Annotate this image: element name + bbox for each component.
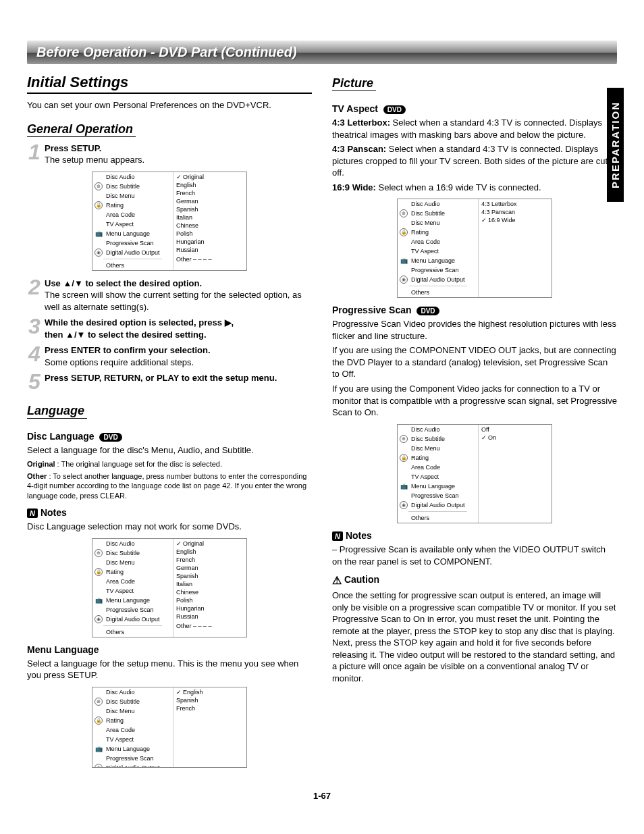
caution-icon: ⚠ <box>332 574 342 587</box>
intro-text: You can set your own Personal Preference… <box>27 99 312 111</box>
setup-menu-screenshot-aspect: Disc Audio ⊕Disc Subtitle Disc Menu 🔒Rat… <box>397 199 552 298</box>
step-3-bold-2: then ▲/▼ to select the desired setting. <box>45 330 207 340</box>
step-3-bold-1: While the desired option is selected, pr… <box>45 317 234 328</box>
notes-label: Notes <box>41 507 67 518</box>
dvd-badge: DVD <box>383 105 406 114</box>
tv-icon: 📺 <box>94 230 103 238</box>
step-number-2: 2 <box>27 278 42 297</box>
lock-icon: 🔒 <box>400 454 408 462</box>
disc-language-heading: Disc Language <box>27 431 95 442</box>
left-column: Initial Settings You can set your own Pe… <box>27 74 312 775</box>
step-number-3: 3 <box>27 317 42 336</box>
tv-icon: 📺 <box>94 596 103 604</box>
step-2-text: The screen will show the current setting… <box>45 290 302 312</box>
tv-icon: 📺 <box>399 257 408 265</box>
menu-language-heading: Menu Language <box>27 644 312 655</box>
step-4-text: Some options require additional steps. <box>45 357 194 367</box>
panscan-label: 4:3 Panscan: <box>332 144 386 154</box>
globe-icon: ⊕ <box>95 549 103 557</box>
other-label: Other <box>27 472 47 480</box>
wide-text: Select when a 16:9 wide TV is connected. <box>376 182 541 192</box>
globe-icon: ⊕ <box>95 182 103 190</box>
speaker-icon: ◉ <box>400 501 408 509</box>
setup-menu-screenshot-progressive: Disc Audio ⊕Disc Subtitle Disc Menu 🔒Rat… <box>397 424 552 523</box>
globe-icon: ⊕ <box>400 209 408 217</box>
side-tab-preparation: PREPARATION <box>607 88 624 202</box>
caution-text: Once the setting for progressive scan ou… <box>332 590 617 684</box>
right-column: Picture TV Aspect DVD 4:3 Letterbox: Sel… <box>332 74 617 775</box>
progressive-p1: Progressive Scan Video provides the high… <box>332 318 617 342</box>
notes-label-right: Notes <box>346 530 372 541</box>
tv-icon: 📺 <box>94 745 103 753</box>
general-operation-heading: General Operation <box>27 122 136 137</box>
original-text: : The original language set for the disc… <box>55 460 222 468</box>
tv-icon: 📺 <box>399 482 408 490</box>
step-1-text: The setup menu appears. <box>45 155 144 165</box>
globe-icon: ⊕ <box>400 435 408 443</box>
step-1-bold: Press SETUP. <box>45 143 101 153</box>
dvd-badge: DVD <box>99 433 122 442</box>
dvd-badge: DVD <box>417 307 439 315</box>
step-number-5: 5 <box>27 372 42 392</box>
original-label: Original <box>27 460 55 468</box>
progressive-scan-heading: Progressive Scan <box>332 305 412 315</box>
caution-label: Caution <box>344 574 379 585</box>
lock-icon: 🔒 <box>95 201 103 209</box>
letterbox-label: 4:3 Letterbox: <box>332 118 390 128</box>
menu-language-text: Select a language for the setup menu. Th… <box>27 658 312 681</box>
lock-icon: 🔒 <box>95 716 103 725</box>
tv-aspect-heading: TV Aspect <box>332 103 378 114</box>
setup-menu-screenshot-3: Disc Audio ⊕Disc Subtitle Disc Menu 🔒Rat… <box>92 687 247 768</box>
note-icon: N <box>27 509 38 518</box>
speaker-icon: ◉ <box>95 249 103 257</box>
page-number: 1-67 <box>27 791 617 801</box>
other-text: : To select another language, press numb… <box>27 472 306 500</box>
progressive-p2: If you are using the COMPONENT VIDEO OUT… <box>332 344 617 380</box>
picture-heading: Picture <box>332 76 376 91</box>
language-heading: Language <box>27 404 87 419</box>
progressive-note: – Progressive Scan is available only whe… <box>332 544 617 567</box>
lock-icon: 🔒 <box>95 568 103 576</box>
wide-label: 16:9 Wide: <box>332 182 376 192</box>
speaker-icon: ◉ <box>95 615 103 623</box>
step-5-bold: Press SETUP, RETURN, or PLAY to exit the… <box>45 373 277 383</box>
note-icon: N <box>332 531 343 541</box>
step-number-1: 1 <box>27 142 42 162</box>
speaker-icon: ◉ <box>95 764 103 768</box>
globe-icon: ⊕ <box>95 698 103 706</box>
disc-language-note: Disc Language selection may not work for… <box>27 521 312 533</box>
setup-menu-screenshot-2: Disc Audio ⊕Disc Subtitle Disc Menu 🔒Rat… <box>92 538 247 637</box>
step-2-bold: Use ▲/▼ to select the desired option. <box>45 278 202 288</box>
section-header: Before Operation - DVD Part (Continued) <box>27 41 617 64</box>
speaker-icon: ◉ <box>400 276 408 284</box>
disc-language-intro: Select a language for the disc's Menu, A… <box>27 444 312 457</box>
progressive-p3: If you are using the Component Video jac… <box>332 383 617 419</box>
setup-menu-screenshot-1: Disc Audio ⊕Disc Subtitle Disc Menu 🔒Rat… <box>92 172 247 271</box>
lock-icon: 🔒 <box>400 228 408 236</box>
step-4-bold: Press ENTER to confirm your selection. <box>45 345 211 355</box>
initial-settings-heading: Initial Settings <box>27 74 312 94</box>
step-number-4: 4 <box>27 344 42 364</box>
